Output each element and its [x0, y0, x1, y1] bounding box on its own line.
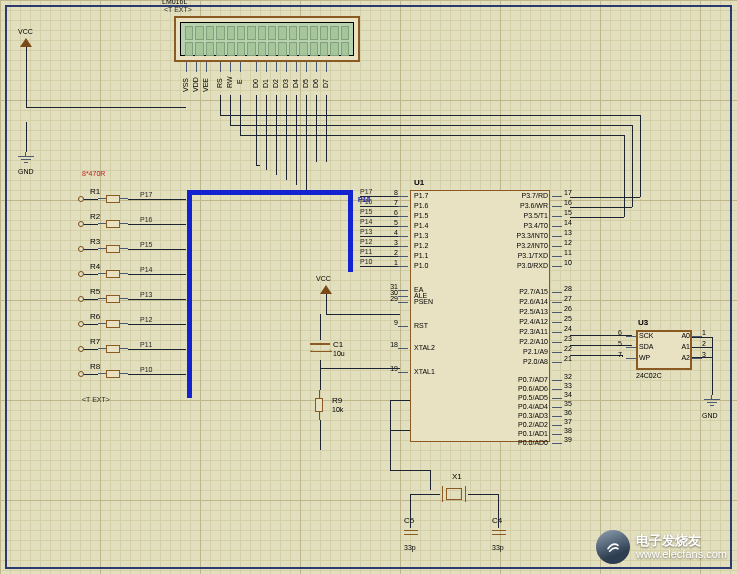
proteus-schematic-canvas[interactable]: <T EXT> LM016L	[0, 0, 737, 574]
c5-val: 33p	[404, 544, 416, 551]
u1-pinstub-P1.7	[398, 196, 408, 197]
net-terminal-P17[interactable]	[78, 196, 84, 202]
u1-pinstub-P3.6/WR	[552, 206, 562, 207]
u1-pinstub-XTAL1	[398, 372, 408, 373]
u1-pinstub-EA	[398, 290, 408, 291]
u1-pinnum-34: 34	[564, 391, 572, 398]
u1-pinstub-P1.6	[398, 206, 408, 207]
lcd-pin-rw: RW	[226, 76, 233, 88]
u1-pinname-P0.0/AD0: P0.0/AD0	[490, 439, 548, 446]
u1-pinname-P1.7: P1.7	[414, 192, 428, 199]
u1-pinstub-P0.7/AD7	[552, 380, 562, 381]
watermark-title: 电子发烧友	[636, 534, 727, 548]
u1-pinname-XTAL1: XTAL1	[414, 368, 435, 375]
res-net-P12: P12	[140, 316, 152, 323]
u1-pinstub-P1.4	[398, 226, 408, 227]
u1-pinnum-21: 21	[564, 355, 572, 362]
data-bus-left	[187, 190, 192, 398]
u1-net-P11: P11	[360, 248, 372, 255]
net-terminal-P12[interactable]	[78, 321, 84, 327]
res-net-P11: P11	[140, 341, 152, 348]
u1-pinname-P0.5/AD5: P0.5/AD5	[490, 394, 548, 401]
resistor-R5[interactable]	[98, 295, 128, 303]
u3-pinname-A2: A2	[668, 354, 690, 361]
res-net-P10: P10	[140, 366, 152, 373]
resistor-network-label: 8*470R	[82, 170, 105, 177]
u1-pinnum-1: 1	[388, 259, 398, 266]
u1-pinname-P3.7/RD: P3.7/RD	[490, 192, 548, 199]
u1-net-P12: P12	[360, 238, 372, 245]
u1-pinstub-P0.5/AD5	[552, 398, 562, 399]
lcd-pin-vee: VEE	[202, 78, 209, 92]
u3-pinstub-SCK	[626, 336, 636, 337]
watermark: 电子发烧友 www.elecfans.com	[596, 530, 727, 564]
net-terminal-P15[interactable]	[78, 246, 84, 252]
u1-pinname-P1.4: P1.4	[414, 222, 428, 229]
lcd-pin-d7: D7	[322, 79, 329, 88]
u1-net-P16: P16	[360, 198, 372, 205]
gnd-label-right: GND	[702, 412, 718, 419]
x1-crystal[interactable]	[440, 486, 468, 502]
c1-ref: C1	[333, 340, 343, 349]
net-terminal-P10[interactable]	[78, 371, 84, 377]
resistor-R2[interactable]	[98, 220, 128, 228]
u1-pinnum-12: 12	[564, 239, 572, 246]
u1-pinstub-P0.6/AD6	[552, 389, 562, 390]
c4-capacitor[interactable]	[492, 528, 506, 542]
data-bus-right	[348, 190, 353, 272]
u1-pinname-P0.1/AD1: P0.1/AD1	[490, 430, 548, 437]
u1-pinstub-P2.7/A15	[552, 292, 562, 293]
lcd-pin-d5: D5	[302, 79, 309, 88]
u1-pinstub-P3.5/T1	[552, 216, 562, 217]
resistor-R6[interactable]	[98, 320, 128, 328]
u1-pinname-P0.7/AD7: P0.7/AD7	[490, 376, 548, 383]
u1-pinname-P2.2/A10: P2.2/A10	[490, 338, 548, 345]
u1-pinnum-24: 24	[564, 325, 572, 332]
resistor-R4[interactable]	[98, 270, 128, 278]
lcd-pin-rs: RS	[216, 78, 223, 88]
resistor-R3[interactable]	[98, 245, 128, 253]
vcc-terminal-mid[interactable]	[320, 285, 332, 294]
u1-pinname-P2.1/A9: P2.1/A9	[490, 348, 548, 355]
u1-pinname-P2.0/A8: P2.0/A8	[490, 358, 548, 365]
u3-pinstub-WP	[626, 358, 636, 359]
u1-pinnum-39: 39	[564, 436, 572, 443]
u1-net-P15: P15	[360, 208, 372, 215]
u1-pinname-P3.6/WR: P3.6/WR	[490, 202, 548, 209]
u1-pinnum-5: 5	[388, 219, 398, 226]
c1-capacitor[interactable]	[310, 340, 330, 360]
net-terminal-P16[interactable]	[78, 221, 84, 227]
u1-pinname-P0.3/AD3: P0.3/AD3	[490, 412, 548, 419]
u1-pinnum-8: 8	[388, 189, 398, 196]
lcd-pin-vdd: VDD	[192, 77, 199, 92]
net-terminal-P11[interactable]	[78, 346, 84, 352]
u1-pinname-RST: RST	[414, 322, 428, 329]
u1-pinname-P2.7/A15: P2.7/A15	[490, 288, 548, 295]
net-terminal-P13[interactable]	[78, 296, 84, 302]
u1-pinnum-36: 36	[564, 409, 572, 416]
u1-pinname-PSEN: PSEN	[414, 298, 433, 305]
u1-pinname-P1.5: P1.5	[414, 212, 428, 219]
vcc-terminal-left[interactable]	[20, 38, 32, 47]
c5-capacitor[interactable]	[404, 528, 418, 542]
resistor-R1[interactable]	[98, 195, 128, 203]
u1-pinstub-P2.3/A11	[552, 332, 562, 333]
u1-pinnum-6: 6	[388, 209, 398, 216]
net-terminal-P14[interactable]	[78, 271, 84, 277]
u1-pinname-P2.5/A13: P2.5/A13	[490, 308, 548, 315]
u1-pinnum-10: 10	[564, 259, 572, 266]
gnd-terminal-right[interactable]	[704, 395, 720, 409]
resistor-R7[interactable]	[98, 345, 128, 353]
u3-pinname-WP: WP	[639, 354, 650, 361]
u1-pinnum-29: 29	[388, 295, 398, 302]
lcd-pin-e: E	[236, 79, 243, 84]
watermark-url: www.elecfans.com	[636, 548, 727, 560]
u1-pinname-P1.1: P1.1	[414, 252, 428, 259]
u1-pinstub-PSEN	[398, 302, 408, 303]
u1-pinstub-ALE	[398, 296, 408, 297]
u1-net-P14: P14	[360, 218, 372, 225]
u1-pinname-P0.2/AD2: P0.2/AD2	[490, 421, 548, 428]
gnd-terminal-left[interactable]	[18, 152, 34, 166]
r9-resistor[interactable]	[315, 390, 323, 420]
resistor-R8[interactable]	[98, 370, 128, 378]
